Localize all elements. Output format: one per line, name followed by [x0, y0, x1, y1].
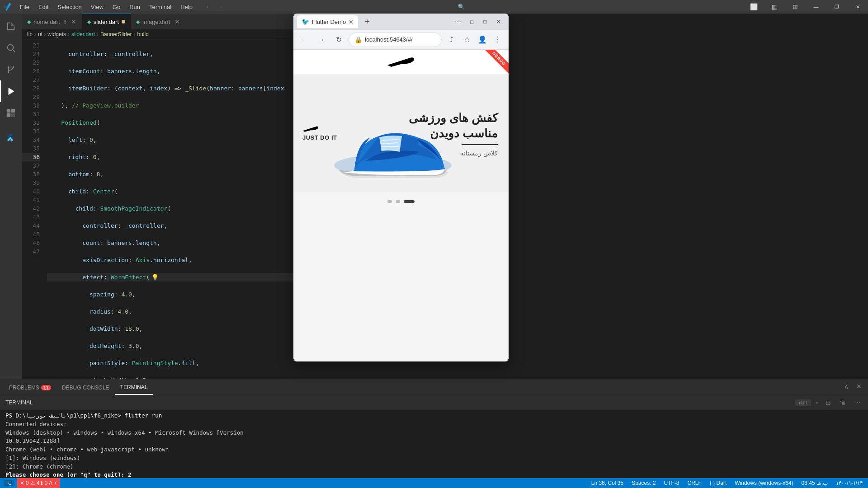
- info-icon: ℹ: [41, 480, 43, 486]
- terminal-trash-icon[interactable]: 🗑: [837, 397, 848, 408]
- status-language[interactable]: { } Dart: [708, 480, 728, 486]
- tab-debug-console[interactable]: DEBUG CONSOLE: [57, 380, 115, 395]
- browser-tab[interactable]: 🐦 Flutter Demo ✕: [297, 15, 358, 28]
- status-bar: ⌥ ✕ 0 ⚠ 4 ℹ 0 Λ 7 Ln 36, Col 35 Spaces: …: [0, 478, 868, 488]
- browser-restore-icon[interactable]: ◻: [465, 15, 478, 28]
- dart-file-icon-2: ◆: [87, 19, 91, 25]
- tab-image-dart[interactable]: ◆ image.dart ✕: [131, 14, 185, 29]
- terminal-sort-icon: ▼: [815, 400, 819, 405]
- browser-forward-button[interactable]: →: [314, 33, 329, 47]
- command-palette[interactable]: 🔍: [454, 2, 635, 12]
- window-minimize-button[interactable]: —: [806, 0, 826, 14]
- terminal-line-5: Chrome (web) • chrome • web-javascript •…: [5, 446, 863, 454]
- tab-home-dart[interactable]: ◆ home.dart 3 ✕: [22, 14, 82, 29]
- terminal-line-2: Connected devices:: [5, 420, 863, 429]
- nike-logo-icon: [387, 57, 415, 68]
- browser-tab-close-icon[interactable]: ✕: [349, 19, 354, 25]
- url-text: localhost:54643/#/: [365, 36, 413, 43]
- status-right: Ln 36, Col 35 Spaces: 2 UTF-8 CRLF { } D…: [590, 480, 864, 486]
- menu-file[interactable]: File: [16, 3, 33, 11]
- browser-window[interactable]: 🐦 Flutter Demo ✕ + ⋯ ◻ □ ✕ ← → ↻ 🔒 local…: [293, 14, 509, 361]
- terminal-content[interactable]: PS D:\تالیف نوربیا\p1\pp1\f6_nike> flutt…: [0, 410, 868, 478]
- banner-divider: [462, 144, 498, 145]
- menu-run[interactable]: Run: [126, 3, 144, 11]
- status-line-ending[interactable]: CRLF: [686, 480, 703, 486]
- terminal-line-1: PS D:\تالیف نوربیا\p1\pp1\f6_nike> flutt…: [5, 412, 863, 420]
- page-indicator-1: [387, 200, 392, 203]
- tab-terminal[interactable]: TERMINAL: [115, 380, 153, 395]
- terminal-label: TERMINAL: [5, 399, 33, 406]
- panel-close-icon[interactable]: ✕: [854, 381, 864, 392]
- share-icon[interactable]: ⤴: [444, 33, 459, 47]
- browser-profile-icon[interactable]: 👤: [475, 33, 490, 47]
- browser-toolbar: ← → ↻ 🔒 localhost:54643/#/ ⤴ ☆ 👤 ⋮: [293, 30, 509, 50]
- window-grid-icon[interactable]: ⊞: [785, 0, 806, 14]
- menu-terminal[interactable]: Terminal: [146, 3, 175, 11]
- page-indicator-3: [404, 200, 415, 203]
- activity-flutter-icon[interactable]: [0, 127, 22, 149]
- back-button[interactable]: ←: [205, 3, 212, 11]
- vscode-logo-icon: [4, 3, 12, 11]
- breadcrumb-class[interactable]: BannerSlider: [100, 31, 132, 38]
- menu-selection[interactable]: Selection: [54, 3, 85, 11]
- activity-explorer-icon[interactable]: [0, 15, 22, 37]
- activity-source-control-icon[interactable]: [0, 59, 22, 80]
- tab-problems[interactable]: PROBLEMS 11: [4, 380, 57, 395]
- new-tab-button[interactable]: +: [361, 15, 373, 28]
- bookmark-icon[interactable]: ☆: [460, 33, 474, 47]
- browser-titlebar: 🐦 Flutter Demo ✕ + ⋯ ◻ □ ✕: [293, 14, 509, 30]
- status-platform[interactable]: Windows (windows-x64): [733, 480, 795, 486]
- activity-run-icon[interactable]: [0, 80, 22, 102]
- dart-terminal-label[interactable]: dart: [795, 399, 811, 406]
- tab-close-image[interactable]: ✕: [175, 18, 180, 25]
- tab-close-home[interactable]: ✕: [71, 18, 76, 25]
- page-indicators: [293, 192, 509, 211]
- activity-extensions-icon[interactable]: [0, 102, 22, 124]
- window-controls: ⬜ ▦ ⊞ — ❐ ✕: [743, 0, 868, 14]
- terminal-split-icon[interactable]: ⊟: [823, 397, 834, 408]
- forward-button[interactable]: →: [216, 3, 223, 11]
- warning-icon: ⚠: [30, 480, 35, 486]
- page-indicator-2: [396, 200, 400, 203]
- menu-view[interactable]: View: [87, 3, 107, 11]
- window-close-button[interactable]: ✕: [847, 0, 868, 14]
- window-split-icon[interactable]: ⬜: [743, 0, 764, 14]
- status-encoding[interactable]: UTF-8: [662, 480, 681, 486]
- status-errors[interactable]: ✕ 0 ⚠ 4 ℹ 0 Λ 7: [17, 478, 60, 488]
- svg-point-3: [13, 66, 14, 68]
- browser-minimize-icon[interactable]: ⋯: [452, 15, 464, 28]
- breadcrumb: lib › ui › widgets › slider.dart › Banne…: [22, 29, 316, 39]
- breadcrumb-method[interactable]: build: [137, 31, 148, 38]
- browser-toolbar-icons: ⤴ ☆ 👤 ⋮: [444, 33, 505, 47]
- address-bar[interactable]: 🔒 localhost:54643/#/: [349, 33, 442, 47]
- browser-tab-title: Flutter Demo: [312, 19, 346, 25]
- error-icon: ✕: [20, 480, 24, 486]
- browser-back-button[interactable]: ←: [297, 33, 311, 47]
- status-remote[interactable]: ⌥: [4, 480, 14, 486]
- lock-icon: 🔒: [354, 36, 362, 43]
- svg-rect-7: [11, 109, 15, 113]
- remote-icon: ⌥: [5, 480, 12, 486]
- modified-indicator: [122, 20, 125, 23]
- menu-edit[interactable]: Edit: [35, 3, 52, 11]
- tab-slider-dart[interactable]: ◆ slider.dart: [82, 14, 131, 29]
- browser-reload-button[interactable]: ↻: [331, 33, 346, 47]
- status-cursor[interactable]: Ln 36, Col 35: [590, 480, 625, 486]
- browser-close-button[interactable]: ✕: [492, 15, 505, 28]
- menu-go[interactable]: Go: [109, 3, 124, 11]
- svg-line-14: [381, 146, 399, 147]
- window-restore-button[interactable]: ❐: [826, 0, 847, 14]
- terminal-menu-icon[interactable]: ⋯: [852, 397, 863, 408]
- breadcrumb-file[interactable]: slider.dart: [71, 31, 95, 38]
- status-spaces[interactable]: Spaces: 2: [630, 480, 657, 486]
- browser-menu-icon[interactable]: ⋮: [491, 33, 505, 47]
- window-layout-icon[interactable]: ▦: [764, 0, 785, 14]
- svg-rect-9: [11, 113, 15, 117]
- flutter-favicon-icon: 🐦: [302, 18, 309, 25]
- browser-maximize-icon[interactable]: □: [479, 15, 491, 28]
- problems-badge: 11: [41, 385, 51, 390]
- panel-chevron-up-icon[interactable]: ∧: [841, 381, 852, 392]
- svg-point-4: [8, 66, 9, 68]
- menu-help[interactable]: Help: [177, 3, 196, 11]
- activity-search-icon[interactable]: [0, 37, 22, 59]
